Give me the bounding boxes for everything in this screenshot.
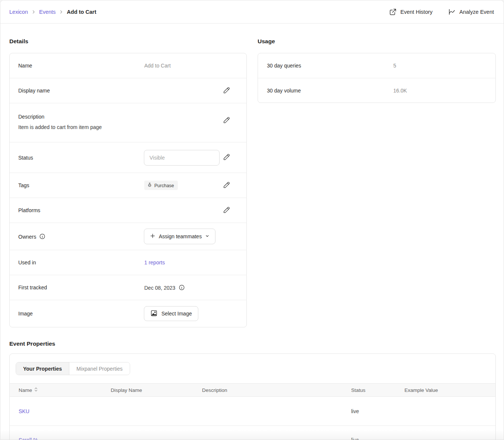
table-row: Scroll % live bbox=[10, 425, 495, 440]
top-actions: Event History Analyze Event bbox=[389, 8, 494, 16]
top-bar: Lexicon Events Add to Cart Event Hist bbox=[0, 0, 504, 23]
usage-card: 30 day queries 5 30 day volume 16.0K bbox=[258, 53, 496, 103]
analyze-event-button[interactable]: Analyze Event bbox=[448, 8, 494, 16]
detail-row-status: Status bbox=[10, 142, 246, 173]
event-history-label: Event History bbox=[400, 9, 432, 15]
info-icon[interactable] bbox=[179, 285, 185, 291]
column-header-description: Description bbox=[202, 387, 227, 393]
description-value: Item is added to cart from item page bbox=[18, 124, 102, 130]
display-name-label: Display name bbox=[18, 88, 50, 94]
detail-row-used-in: Used in 1 reports bbox=[10, 250, 246, 275]
first-tracked-value: Dec 08, 2023 bbox=[144, 285, 175, 290]
event-properties-card: Your Properties Mixpanel Properties Name… bbox=[9, 353, 496, 440]
chevron-down-icon bbox=[205, 233, 210, 239]
column-header-status: Status bbox=[351, 387, 365, 393]
image-label: Image bbox=[18, 311, 33, 317]
status-label: Status bbox=[18, 155, 33, 161]
detail-row-platforms: Platforms bbox=[10, 198, 246, 223]
property-status: live bbox=[351, 408, 359, 414]
breadcrumb-link-events[interactable]: Events bbox=[39, 9, 56, 15]
pencil-icon bbox=[223, 87, 230, 95]
detail-row-owners: Owners Assign teammates bbox=[10, 223, 246, 250]
pencil-icon bbox=[223, 116, 230, 125]
assign-teammates-button[interactable]: Assign teammates bbox=[144, 229, 215, 244]
column-header-name[interactable]: Name bbox=[19, 387, 32, 393]
chevron-right-icon bbox=[59, 10, 63, 14]
event-properties-section-title: Event Properties bbox=[9, 340, 55, 347]
description-label: Description bbox=[18, 114, 44, 120]
line-chart-icon bbox=[448, 8, 456, 16]
edit-platforms-button[interactable] bbox=[223, 206, 231, 214]
tags-label: Tags bbox=[18, 182, 29, 188]
first-tracked-label: First tracked bbox=[18, 285, 47, 290]
used-in-reports-link[interactable]: 1 reports bbox=[144, 260, 165, 265]
column-header-example-value: Example Value bbox=[404, 387, 438, 393]
usage-queries-label: 30 day queries bbox=[267, 63, 301, 69]
event-history-button[interactable]: Event History bbox=[389, 8, 432, 16]
pencil-icon bbox=[223, 181, 230, 190]
name-label: Name bbox=[18, 63, 32, 69]
breadcrumb-link-lexicon[interactable]: Lexicon bbox=[9, 9, 28, 15]
breadcrumb-current-event: Add to Cart bbox=[67, 9, 96, 15]
edit-status-button[interactable] bbox=[223, 154, 231, 162]
property-link-scroll[interactable]: Scroll % bbox=[19, 437, 38, 440]
property-link-sku[interactable]: SKU bbox=[19, 408, 29, 414]
tag-label: Purchase bbox=[154, 183, 174, 188]
detail-row-description: Description Item is added to cart from i… bbox=[10, 103, 246, 142]
assign-teammates-label: Assign teammates bbox=[159, 233, 202, 239]
properties-table-header: Name Display Name Description Status Exa… bbox=[10, 383, 495, 397]
table-row: SKU live bbox=[10, 397, 495, 425]
detail-row-name: Name Add to Cart bbox=[10, 53, 246, 78]
properties-tabs: Your Properties Mixpanel Properties bbox=[16, 362, 130, 375]
edit-description-button[interactable] bbox=[223, 116, 231, 125]
detail-row-first-tracked: First tracked Dec 08, 2023 bbox=[10, 275, 246, 300]
external-link-icon bbox=[389, 8, 397, 16]
detail-row-display-name: Display name bbox=[10, 78, 246, 103]
usage-queries-value: 5 bbox=[393, 63, 396, 69]
money-bag-icon: $ bbox=[147, 182, 152, 188]
pencil-icon bbox=[223, 153, 230, 162]
breadcrumb: Lexicon Events Add to Cart bbox=[9, 9, 96, 15]
edit-display-name-button[interactable] bbox=[223, 87, 231, 95]
details-section-title: Details bbox=[9, 38, 28, 45]
details-card: Name Add to Cart Display name Descriptio… bbox=[9, 53, 247, 327]
detail-row-tags: Tags $ Purchase bbox=[10, 173, 246, 198]
usage-row-volume: 30 day volume 16.0K bbox=[258, 78, 495, 103]
pencil-icon bbox=[223, 206, 230, 215]
select-image-button[interactable]: Select Image bbox=[144, 306, 198, 321]
usage-volume-label: 30 day volume bbox=[267, 88, 301, 94]
usage-row-queries: 30 day queries 5 bbox=[258, 53, 495, 78]
info-icon[interactable] bbox=[39, 233, 45, 240]
analyze-event-label: Analyze Event bbox=[459, 9, 494, 15]
name-value: Add to Cart bbox=[144, 63, 171, 69]
chevron-right-icon bbox=[31, 10, 36, 14]
usage-section-title: Usage bbox=[258, 38, 275, 45]
plus-icon bbox=[150, 233, 155, 240]
property-status: live bbox=[351, 437, 359, 440]
select-image-label: Select Image bbox=[161, 311, 192, 317]
detail-row-image: Image Select Image bbox=[10, 300, 246, 327]
edit-tags-button[interactable] bbox=[223, 181, 231, 189]
column-header-display-name: Display Name bbox=[111, 387, 142, 393]
used-in-label: Used in bbox=[18, 260, 36, 265]
owners-label: Owners bbox=[18, 233, 36, 239]
tag-chip-purchase[interactable]: $ Purchase bbox=[144, 181, 178, 190]
sort-icon[interactable] bbox=[34, 387, 38, 393]
platforms-label: Platforms bbox=[18, 207, 40, 213]
status-input[interactable] bbox=[144, 150, 220, 166]
lexicon-event-detail-page: Lexicon Events Add to Cart Event Hist bbox=[0, 0, 504, 440]
image-icon bbox=[150, 309, 158, 318]
usage-volume-value: 16.0K bbox=[393, 88, 407, 94]
tab-mixpanel-properties[interactable]: Mixpanel Properties bbox=[69, 362, 130, 375]
tab-your-properties[interactable]: Your Properties bbox=[16, 362, 69, 375]
